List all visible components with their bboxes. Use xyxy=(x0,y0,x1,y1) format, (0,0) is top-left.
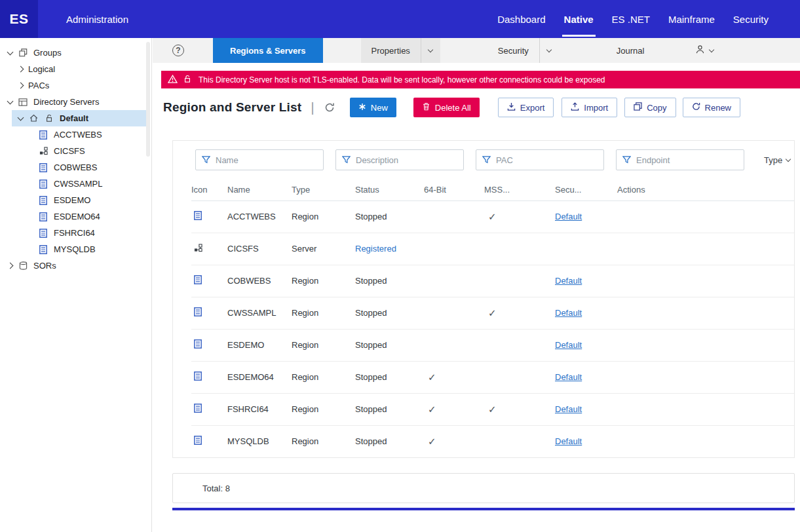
pac-filter[interactable] xyxy=(476,149,604,170)
sidebar-item-groups[interactable]: Groups xyxy=(0,45,151,61)
unlock-icon xyxy=(183,75,191,85)
main-content: ? Regions & Servers Properties Security … xyxy=(153,38,800,532)
row-name: MYSQLDB xyxy=(227,425,292,457)
help-icon[interactable]: ? xyxy=(172,45,184,56)
table-row[interactable]: ACCTWEBS Region Stopped ✓ Default xyxy=(191,200,794,233)
export-button[interactable]: Export xyxy=(498,98,554,117)
import-button[interactable]: Import xyxy=(562,98,617,117)
sidebar-item-label: MYSQLDB xyxy=(54,244,96,254)
region-icon xyxy=(38,196,48,205)
security-link[interactable]: Default xyxy=(555,372,582,382)
row-name: CWSSAMPL xyxy=(227,297,292,329)
region-icon xyxy=(38,229,48,238)
description-filter-input[interactable] xyxy=(356,155,458,165)
region-icon xyxy=(38,180,48,189)
row-status: Stopped xyxy=(355,308,387,318)
endpoint-filter-input[interactable] xyxy=(636,155,738,165)
chevron-down-icon[interactable] xyxy=(7,98,14,104)
tab-regions-servers[interactable]: Regions & Servers xyxy=(213,38,323,63)
sidebar-item-directory-servers[interactable]: Directory Servers xyxy=(0,94,151,110)
table-row[interactable]: MYSQLDB Region Stopped ✓ Default xyxy=(191,425,794,457)
chevron-right-icon[interactable] xyxy=(7,263,14,269)
nav-item-security[interactable]: Security xyxy=(724,0,778,38)
security-link[interactable]: Default xyxy=(555,212,582,221)
security-link[interactable]: Default xyxy=(555,436,582,446)
sidebar-item-label: COBWEBS xyxy=(54,162,97,172)
security-link[interactable]: Default xyxy=(555,308,582,318)
sidebar-item-label: CWSSAMPL xyxy=(54,179,102,189)
sor-database-icon xyxy=(18,261,28,270)
sidebar-item-label: Groups xyxy=(33,48,62,58)
row-name: ACCTWEBS xyxy=(227,200,292,233)
sidebar-item-esdemo64[interactable]: ESDEMO64 xyxy=(0,208,151,225)
sidebar-item-acctwebs[interactable]: ACCTWEBS xyxy=(0,126,151,143)
sidebar-item-cobwebs[interactable]: COBWEBS xyxy=(0,159,151,176)
sidebar-item-fshrci64[interactable]: FSHRCI64 xyxy=(0,225,151,241)
properties-dropdown-button[interactable] xyxy=(421,38,440,63)
tab-properties[interactable]: Properties xyxy=(361,38,440,63)
chevron-down-icon[interactable] xyxy=(7,48,14,55)
endpoint-filter[interactable] xyxy=(616,149,744,170)
tab-strip: ? Regions & Servers Properties Security … xyxy=(153,38,800,63)
tab-journal[interactable]: Journal xyxy=(617,46,645,56)
tab-security[interactable]: Security xyxy=(487,38,559,63)
table-row[interactable]: CWSSAMPL Region Stopped ✓ Default xyxy=(191,297,794,329)
nav-item-native[interactable]: Native xyxy=(555,0,603,38)
sidebar-tree: Groups Logical PACs Directory Servers De… xyxy=(0,38,152,532)
tab-properties-label[interactable]: Properties xyxy=(361,38,421,63)
table-row[interactable]: CICSFS Server Registered xyxy=(191,233,794,265)
app-logo[interactable]: ES xyxy=(0,0,38,38)
name-filter-input[interactable] xyxy=(216,155,318,165)
sidebar-item-esdemo[interactable]: ESDEMO xyxy=(0,192,151,208)
region-icon xyxy=(38,163,48,172)
renew-button[interactable]: Renew xyxy=(683,98,740,117)
filter-row: Type Status xyxy=(173,141,794,179)
home-icon xyxy=(28,114,39,123)
table-row[interactable]: COBWEBS Region Stopped Default xyxy=(191,265,794,297)
delete-all-button[interactable]: Delete All xyxy=(413,98,480,117)
refresh-button[interactable] xyxy=(324,102,335,113)
security-dropdown-button[interactable] xyxy=(539,38,559,63)
nav-item-dashboard[interactable]: Dashboard xyxy=(488,0,554,38)
user-menu[interactable] xyxy=(695,45,714,57)
total-box: Total: 8 xyxy=(172,473,795,503)
table-row[interactable]: ESDEMO64 Region Stopped ✓ Default xyxy=(191,361,794,393)
total-label: Total: 8 xyxy=(202,484,230,493)
region-server-table-card: Type Status Icon Name Type Status 64-Bit xyxy=(172,140,795,458)
new-button[interactable]: New xyxy=(350,98,396,117)
chevron-right-icon[interactable] xyxy=(18,83,24,89)
table-row[interactable]: ESDEMO Region Stopped Default xyxy=(191,329,794,361)
nav-item-es-net[interactable]: ES .NET xyxy=(603,0,659,38)
renew-button-label: Renew xyxy=(705,103,731,113)
security-link[interactable]: Default xyxy=(555,276,582,286)
check-icon: ✓ xyxy=(488,404,497,415)
table-row[interactable]: FSHRCI64 Region Stopped ✓ ✓ Default xyxy=(191,393,794,425)
row-name: COBWEBS xyxy=(227,265,292,297)
chevron-right-icon[interactable] xyxy=(18,66,24,73)
horizontal-scrollbar[interactable] xyxy=(172,508,795,510)
security-link[interactable]: Default xyxy=(555,340,582,350)
description-filter[interactable] xyxy=(335,149,464,170)
nav-item-mainframe[interactable]: Mainframe xyxy=(659,0,724,38)
sidebar-item-default[interactable]: Default xyxy=(12,110,149,126)
sidebar-scrollbar[interactable] xyxy=(146,42,150,157)
type-filter-dropdown[interactable]: Type xyxy=(764,155,790,165)
export-button-label: Export xyxy=(520,103,545,113)
check-icon: ✓ xyxy=(428,404,436,415)
sidebar-item-pacs[interactable]: PACs xyxy=(0,77,151,94)
tab-security-label[interactable]: Security xyxy=(487,38,539,63)
server-icon xyxy=(194,244,202,254)
sidebar-item-mysqldb[interactable]: MYSQLDB xyxy=(0,241,151,257)
sidebar-item-cwssampl[interactable]: CWSSAMPL xyxy=(0,176,151,192)
security-link[interactable]: Default xyxy=(555,404,582,414)
pac-filter-input[interactable] xyxy=(496,155,598,165)
chevron-down-icon[interactable] xyxy=(18,114,24,121)
row-actions xyxy=(617,361,794,393)
row-actions xyxy=(617,200,794,233)
sidebar-item-sors[interactable]: SORs xyxy=(0,257,151,274)
row-type: Server xyxy=(292,233,355,265)
sidebar-item-cicsfs[interactable]: CICSFS xyxy=(0,143,151,159)
name-filter[interactable] xyxy=(195,149,324,170)
sidebar-item-logical[interactable]: Logical xyxy=(0,61,151,77)
copy-button[interactable]: Copy xyxy=(624,98,676,117)
